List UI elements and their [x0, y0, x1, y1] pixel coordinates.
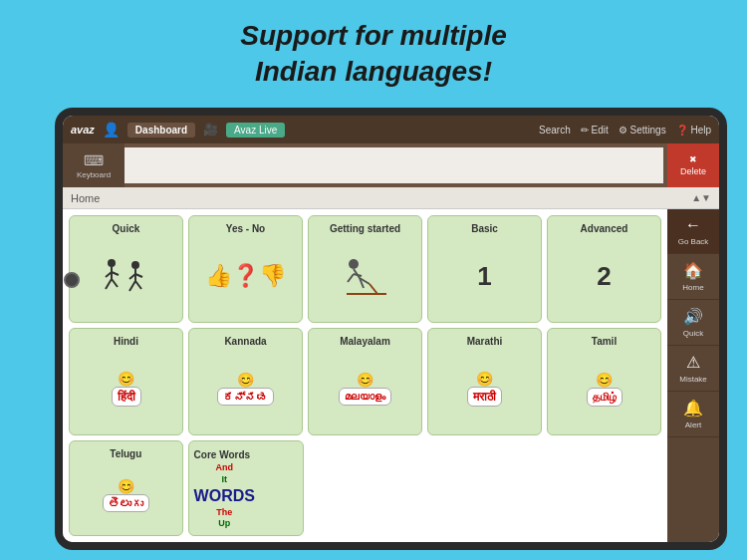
main-content: Quick: [63, 209, 719, 542]
delete-icon: ✖: [689, 154, 697, 164]
scroll-arrows: ▲▼: [691, 192, 711, 203]
tablet-frame: avaz 👤 Dashboard 🎥 Avaz Live Search ✏ Ed…: [55, 108, 727, 550]
cell-marathi[interactable]: Marathi 😊 मराठी: [427, 328, 542, 435]
svg-point-0: [108, 259, 116, 267]
cell-tamil[interactable]: Tamil 😊 தமிழ்: [547, 328, 661, 435]
cell-telugu-label: Telugu: [110, 448, 141, 459]
home-label: Home: [682, 283, 703, 292]
svg-line-17: [354, 274, 362, 276]
cell-malayalam[interactable]: Malayalam 😊 മലയാളം: [308, 328, 422, 435]
advanced-number: 2: [597, 261, 611, 292]
go-back-label: Go Back: [678, 237, 709, 246]
nav-search-button[interactable]: Search: [539, 125, 571, 136]
header-line2: Indian languages!: [0, 54, 747, 90]
advanced-img: 2: [597, 234, 611, 318]
marathi-img: 😊 मराठी: [467, 347, 502, 430]
svg-line-16: [348, 274, 354, 282]
basic-number: 1: [477, 261, 491, 292]
sidebar-quick[interactable]: 🔊 Quick: [667, 300, 719, 346]
quick-label: Quick: [683, 329, 703, 338]
nav-tab-live[interactable]: Avaz Live: [226, 123, 285, 138]
nav-settings-button[interactable]: ⚙ Settings: [619, 125, 666, 136]
quick-icon: 🔊: [683, 307, 703, 326]
quick-img: [102, 234, 151, 318]
getting-started-img: [342, 234, 389, 318]
delete-label: Delete: [680, 166, 706, 176]
cell-hindi[interactable]: Hindi 😊 हिंदी: [69, 328, 183, 435]
cell-kannada[interactable]: Kannada 😊 ಕನ್ನಡ: [188, 328, 303, 435]
cw-up: Up: [194, 518, 255, 530]
cell-getting-started-label: Getting started: [330, 223, 400, 234]
tamil-img: 😊 தமிழ்: [587, 347, 622, 430]
grid-row-2: Hindi 😊 हिंदी Kannada 😊 ಕನ್ನಡ: [69, 328, 661, 435]
svg-line-2: [106, 279, 112, 289]
tablet-home-button[interactable]: [64, 272, 80, 288]
cell-advanced-label: Advanced: [581, 223, 628, 234]
cell-yes-no[interactable]: Yes - No 👍 ❓ 👎: [188, 215, 303, 323]
kannada-img: 😊 ಕನ್ನಡ: [217, 347, 274, 430]
header-text: Support for multiple Indian languages!: [0, 18, 747, 91]
grid-area: Quick: [63, 209, 667, 542]
mistake-icon: ⚠: [686, 353, 700, 372]
grid-row-3: Telugu 😊 తెలుగు Core Words And It WORDS …: [69, 440, 661, 536]
nav-help-button[interactable]: ❓ Help: [676, 125, 711, 136]
cell-quick-label: Quick: [113, 223, 140, 234]
svg-point-6: [131, 261, 139, 269]
breadcrumb-home: Home: [71, 192, 100, 204]
nav-tab-dashboard[interactable]: Dashboard: [127, 123, 195, 138]
svg-line-18: [370, 284, 377, 294]
cell-basic[interactable]: Basic 1: [427, 215, 542, 323]
yes-no-img: 👍 ❓ 👎: [205, 234, 286, 318]
sidebar-mistake[interactable]: ⚠ Mistake: [667, 346, 719, 392]
alert-icon: 🔔: [683, 399, 703, 418]
text-input-area[interactable]: [124, 147, 663, 183]
nav-avatar: 👤: [103, 122, 120, 138]
basic-img: 1: [477, 234, 491, 318]
svg-line-9: [135, 281, 141, 289]
right-sidebar: ← Go Back 🏠 Home 🔊 Quick ⚠ Mistake 🔔: [667, 209, 719, 542]
cw-words: WORDS: [194, 486, 255, 507]
cell-core-words[interactable]: Core Words And It WORDS The Up: [188, 440, 305, 536]
breadcrumb-bar: Home ▲▼: [63, 187, 719, 209]
cell-malayalam-label: Malayalam: [340, 336, 390, 347]
svg-line-5: [112, 272, 119, 275]
svg-line-11: [135, 274, 142, 277]
nav-edit-button[interactable]: ✏ Edit: [581, 125, 609, 136]
cell-tamil-label: Tamil: [592, 336, 617, 347]
cw-it: It: [194, 474, 255, 486]
cell-basic-label: Basic: [471, 223, 498, 234]
alert-label: Alert: [685, 420, 701, 429]
sidebar-go-back[interactable]: ← Go Back: [667, 209, 719, 254]
avaz-logo: avaz: [71, 124, 95, 136]
keyboard-label: Keyboard: [77, 170, 111, 179]
home-icon: 🏠: [683, 261, 703, 280]
malayalam-img: 😊 മലയാളം: [339, 347, 391, 430]
core-words-content: And It WORDS The Up: [194, 462, 255, 530]
delete-button[interactable]: ✖ Delete: [667, 143, 719, 187]
svg-line-3: [112, 279, 118, 287]
grid-row-1: Quick: [69, 215, 661, 323]
cell-yes-no-label: Yes - No: [226, 223, 265, 234]
cw-and: And: [194, 462, 255, 474]
sidebar-alert[interactable]: 🔔 Alert: [667, 392, 719, 437]
top-nav: avaz 👤 Dashboard 🎥 Avaz Live Search ✏ Ed…: [63, 116, 719, 143]
keyboard-button[interactable]: ⌨ Keyboard: [63, 143, 124, 187]
keyboard-icon: ⌨: [84, 152, 104, 168]
cell-getting-started[interactable]: Getting started: [308, 215, 422, 323]
cell-marathi-label: Marathi: [467, 336, 503, 347]
cell-advanced[interactable]: Advanced 2: [547, 215, 661, 323]
mistake-label: Mistake: [679, 375, 707, 384]
cell-kannada-label: Kannada: [224, 336, 266, 347]
sidebar-home[interactable]: 🏠 Home: [667, 254, 719, 300]
telugu-img: 😊 తెలుగు: [103, 459, 149, 531]
cell-telugu[interactable]: Telugu 😊 తెలుగు: [69, 440, 183, 536]
go-back-icon: ←: [685, 216, 701, 234]
toolbar: ⌨ Keyboard ✖ Delete: [63, 143, 719, 187]
cw-the: The: [194, 507, 255, 519]
nav-right-buttons: Search ✏ Edit ⚙ Settings ❓ Help: [539, 125, 711, 136]
svg-point-12: [349, 259, 359, 269]
cell-hindi-label: Hindi: [114, 336, 138, 347]
header-line1: Support for multiple: [0, 18, 747, 54]
cell-core-words-label: Core Words: [194, 449, 251, 460]
cell-quick[interactable]: Quick: [69, 215, 183, 323]
